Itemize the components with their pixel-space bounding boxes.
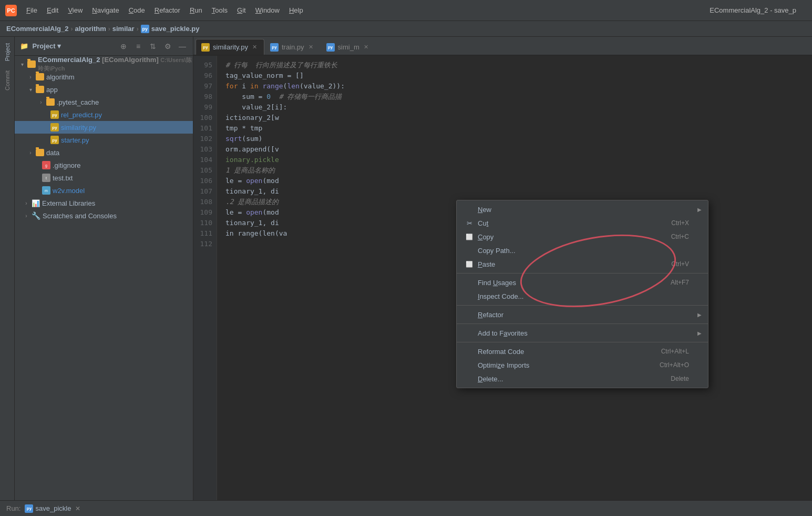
- code-line-partial4: sqrt(sum): [225, 134, 804, 144]
- main-layout: Project Commit 📁 Project ▾ ⊕ ≡ ⇅ ⚙ — ▾ E…: [0, 37, 812, 500]
- tree-similarity[interactable]: › py similarity.py: [15, 121, 193, 134]
- panel-expand-btn[interactable]: ⇅: [148, 41, 158, 52]
- run-close-btn[interactable]: ✕: [75, 505, 80, 512]
- code-line-partial2: ictionary_2[w: [225, 113, 804, 123]
- tab-simi-m-close[interactable]: ✕: [363, 44, 370, 51]
- menu-window[interactable]: Window: [251, 4, 284, 16]
- ctx-reformat[interactable]: Reformat Code Ctrl+Alt+L: [457, 345, 708, 358]
- tree-root[interactable]: ▾ ECommercialAlg_2 [EComAlgorithm] C:\Us…: [15, 58, 193, 70]
- menu-edit[interactable]: Edit: [43, 4, 63, 16]
- tab-similarity[interactable]: py similarity.py ✕: [196, 39, 264, 55]
- ctx-new-label: New: [478, 206, 700, 214]
- ctx-cut-icon: ✂: [465, 219, 474, 227]
- tree-external-libs[interactable]: › 📊 External Libraries: [15, 197, 193, 209]
- code-line-partial7: 1 是商品名称的: [225, 165, 804, 176]
- ctx-find-usages[interactable]: Find Usages Alt+F7: [457, 276, 708, 289]
- breadcrumb-project[interactable]: ECommercialAlg_2: [6, 25, 69, 33]
- tab-train-close[interactable]: ✕: [307, 44, 315, 51]
- tree-data[interactable]: › data: [15, 146, 193, 159]
- menu-navigate[interactable]: Navigate: [88, 4, 123, 16]
- ctx-paste[interactable]: ⬜ Paste Ctrl+V: [457, 257, 708, 271]
- ctx-optimize-shortcut: Ctrl+Alt+O: [660, 361, 700, 369]
- app-label: app: [46, 86, 58, 94]
- ctx-favorites-label: Add to Favorites: [478, 329, 700, 337]
- panel-title: 📁 Project ▾: [20, 42, 114, 50]
- ctx-inspect-icon: [465, 292, 474, 300]
- menu-git[interactable]: Git: [233, 4, 250, 16]
- code-line-98: sum = 0 # 存储每一行商品描: [225, 92, 804, 102]
- ctx-inspect-code[interactable]: Inspect Code...: [457, 289, 708, 303]
- ctx-sep3: [457, 323, 708, 324]
- ctx-copy-path-label: Copy Path...: [478, 247, 700, 255]
- sidebar-tab-project[interactable]: Project: [2, 39, 13, 65]
- ctx-copy-path[interactable]: Copy Path...: [457, 244, 708, 257]
- ctx-sep2: [457, 305, 708, 306]
- code-line-96: tag_value_norm = []: [225, 70, 804, 81]
- tree-scratches[interactable]: › 🔧 Scratches and Consoles: [15, 209, 193, 222]
- panel-folder-icon: 📁: [20, 42, 28, 50]
- run-file-name: save_pickle: [35, 504, 71, 512]
- menu-help[interactable]: Help: [285, 4, 307, 16]
- titlebar: PC File Edit View Navigate Code Refactor…: [0, 0, 812, 21]
- breadcrumb-file[interactable]: py save_pickle.py: [141, 25, 200, 33]
- ctx-add-favorites[interactable]: Add to Favorites: [457, 326, 708, 340]
- tree-test-txt[interactable]: › t test.txt: [15, 171, 193, 184]
- ctx-refactor[interactable]: Refactor: [457, 308, 708, 321]
- menu-tools[interactable]: Tools: [208, 4, 232, 16]
- menu-code[interactable]: Code: [125, 4, 149, 16]
- menu-run[interactable]: Run: [186, 4, 207, 16]
- breadcrumb-folder2[interactable]: similar: [112, 25, 135, 33]
- app-arrow: ▾: [27, 86, 34, 93]
- menu-file[interactable]: File: [22, 4, 42, 16]
- panel-minimize-btn[interactable]: —: [177, 41, 188, 52]
- ctx-optimize-icon: [465, 361, 474, 369]
- code-line-95: # 行每 行向所描述及了每行重铁长: [225, 60, 804, 70]
- editor-tabs: py similarity.py ✕ py train.py ✕ py simi…: [193, 37, 812, 56]
- py-file-icon: py: [141, 25, 149, 33]
- root-label: ECommercialAlg_2 [EComAlgorithm] C:\User…: [38, 56, 193, 73]
- panel-locate-btn[interactable]: ⊕: [118, 41, 129, 52]
- starter-label: starter.py: [61, 136, 89, 144]
- sidebar-tab-commit[interactable]: Commit: [2, 66, 13, 95]
- ctx-find-usages-shortcut: Alt+F7: [671, 279, 700, 286]
- panel-settings-btn[interactable]: ⚙: [162, 41, 173, 52]
- window-title: ECommercialAlg_2 - save_p: [710, 6, 807, 14]
- menu-view[interactable]: View: [64, 4, 87, 16]
- ext-lib-icon: 📊: [32, 199, 40, 207]
- tree-area[interactable]: ▾ ECommercialAlg_2 [EComAlgorithm] C:\Us…: [15, 56, 193, 500]
- root-folder-icon: [27, 60, 36, 68]
- ctx-copy-label: Copy: [478, 233, 667, 241]
- panel-collapse-btn[interactable]: ≡: [133, 41, 143, 52]
- similarity-label: similarity.py: [61, 124, 96, 131]
- menu-refactor[interactable]: Refactor: [150, 4, 184, 16]
- ctx-new[interactable]: New: [457, 203, 708, 216]
- tree-rel-predict[interactable]: › py rel_predict.py: [15, 108, 193, 121]
- pytest-folder-icon: [46, 98, 55, 106]
- tree-gitignore[interactable]: › g .gitignore: [15, 159, 193, 171]
- tree-pytest-cache[interactable]: › .pytest_cache: [15, 96, 193, 108]
- pytest-label: .pytest_cache: [57, 98, 99, 106]
- breadcrumb-folder1[interactable]: algorithm: [75, 25, 106, 33]
- breadcrumb-filename: save_pickle.py: [151, 25, 200, 33]
- scratches-arrow: ›: [23, 213, 29, 219]
- tree-starter[interactable]: › py starter.py: [15, 134, 193, 146]
- ctx-copy-path-icon: [465, 246, 474, 255]
- ctx-optimize-imports[interactable]: Optimize Imports Ctrl+Alt+O: [457, 358, 708, 372]
- tree-w2v-model[interactable]: › m w2v.model: [15, 184, 193, 197]
- tab-simi-m[interactable]: py simi_m ✕: [321, 39, 376, 55]
- ctx-delete[interactable]: Delete... Delete: [457, 372, 708, 386]
- breadcrumb-sep2: ›: [108, 25, 110, 33]
- code-line-partial3: tmp * tmp: [225, 123, 804, 134]
- tab-similarity-close[interactable]: ✕: [251, 44, 259, 51]
- tree-app[interactable]: ▾ app: [15, 83, 193, 96]
- run-file: py save_pickle ✕: [25, 504, 80, 513]
- pytest-arrow: ›: [38, 99, 44, 105]
- code-line-97: for i in range(len(value_2)):: [225, 81, 804, 92]
- ctx-cut[interactable]: ✂ Cut Ctrl+X: [457, 216, 708, 230]
- tab-train[interactable]: py train.py ✕: [264, 39, 321, 55]
- ctx-sep1: [457, 273, 708, 274]
- sidebar-tabs: Project Commit: [0, 37, 15, 500]
- ctx-paste-label: Paste: [478, 260, 667, 268]
- txt-icon: t: [42, 174, 50, 182]
- ctx-copy[interactable]: ⬜ Copy Ctrl+C: [457, 230, 708, 244]
